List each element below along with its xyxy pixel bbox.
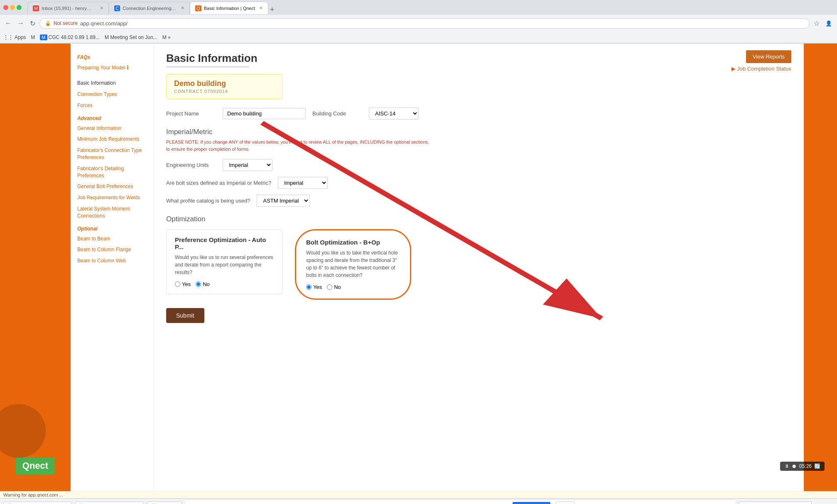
optimization-title: Optimization bbox=[166, 215, 791, 223]
project-name-label: Project Name bbox=[166, 110, 216, 117]
bookmark-gmail2[interactable]: M Meeting Set on Jun... bbox=[105, 34, 157, 40]
forward-btn[interactable]: → bbox=[16, 19, 26, 28]
refresh-icon[interactable]: 🔄 bbox=[814, 463, 820, 469]
pref-opt-no-label[interactable]: No bbox=[196, 281, 210, 287]
pause-icon[interactable]: ⏸ bbox=[784, 463, 789, 469]
minimize-window-btn[interactable] bbox=[10, 5, 15, 10]
taskbar-item-2[interactable]: 📄 Whiting Turner - ....docx ▾ bbox=[75, 502, 144, 504]
preparing-your-model-link[interactable]: Preparing Your Model ℹ bbox=[71, 62, 153, 73]
project-name-input[interactable] bbox=[223, 108, 306, 119]
browser-chrome: M Inbox (15,991) - henry@qnect.c... ✕ C … bbox=[0, 0, 837, 44]
bookmark-apps[interactable]: ⋮⋮ Apps bbox=[3, 34, 26, 40]
tab-close-btn[interactable]: ✕ bbox=[259, 5, 263, 11]
taskbar-item-3[interactable]: 📄 Whiting ▾ bbox=[147, 502, 182, 504]
nav-lateral-system[interactable]: Lateral System Moment Connections bbox=[71, 203, 153, 222]
optional-label: Optional bbox=[71, 222, 153, 233]
nav-fabricator-detailing[interactable]: Fabricator's Detailing Preferences bbox=[71, 163, 153, 181]
building-code-label: Building Code bbox=[312, 110, 362, 117]
bolt-opt-yes-radio[interactable] bbox=[306, 284, 312, 290]
nav-general-information[interactable]: General Information bbox=[71, 123, 153, 134]
nav-job-requirements-welds[interactable]: Job Requirements for Welds bbox=[71, 192, 153, 203]
bolt-opt-radios: Yes No bbox=[306, 284, 400, 290]
optimization-section: Optimization Preference Optimization - A… bbox=[166, 215, 791, 323]
profile-catalog-row: What profile catalog is being used? ASTM… bbox=[166, 195, 791, 207]
taskbar-item-1[interactable]: 📄 Whiting Turner - ....docx ▾ bbox=[3, 502, 72, 504]
info-icon: ℹ bbox=[127, 64, 129, 71]
engineering-units-row: Engineering Units Imperial Metric bbox=[166, 159, 791, 171]
back-btn[interactable]: ← bbox=[3, 19, 13, 28]
bookmark-cgc[interactable]: M CGC 48.02 0.89 1.89... bbox=[40, 34, 100, 40]
bolt-opt-title: Bolt Optimization - B+Op bbox=[306, 239, 400, 246]
apps-icon: ⋮⋮ bbox=[3, 34, 13, 40]
taskbar: 📄 Whiting Turner - ....docx ▾ 📄 Whiting … bbox=[0, 498, 837, 504]
tab-inbox[interactable]: M Inbox (15,991) - henry@qnect.c... ✕ bbox=[27, 2, 109, 14]
taskbar-pdf[interactable]: 📋 WELD CLEARANCES.pdf ▴ bbox=[739, 502, 812, 504]
pref-opt-yes-label[interactable]: Yes bbox=[175, 281, 191, 287]
submit-button[interactable]: Submit bbox=[166, 308, 204, 323]
nav-beam-to-column-flange[interactable]: Beam to Column Flange bbox=[71, 244, 153, 255]
nav-minimum-job[interactable]: Minimum Job Requirements bbox=[71, 134, 153, 145]
bookmark-gmail[interactable]: M bbox=[31, 34, 35, 40]
left-sidebar: Qnect bbox=[0, 44, 71, 491]
bookmark-btn[interactable]: ☆ bbox=[812, 19, 821, 28]
tab-basic-info[interactable]: Q Basic Information | Qnect ✕ bbox=[190, 2, 268, 14]
pref-optimization-card: Preference Optimization - Auto P... Woul… bbox=[166, 229, 282, 294]
page-title: Basic Information bbox=[166, 52, 791, 65]
nav-basic-information[interactable]: Basic Information bbox=[71, 78, 153, 89]
bolt-opt-no-label[interactable]: No bbox=[327, 284, 341, 290]
bookmark-gmail3[interactable]: M » bbox=[162, 34, 171, 40]
security-label: Not secure bbox=[54, 20, 78, 26]
nav-beam-to-column-web[interactable]: Beam to Column Web bbox=[71, 255, 153, 267]
pref-opt-yes-radio[interactable] bbox=[175, 281, 180, 287]
advanced-label: Advanced bbox=[71, 111, 153, 123]
record-icon[interactable]: ⏺ bbox=[792, 463, 797, 469]
profile-catalog-select[interactable]: ASTM Imperial ASTM Metric CISC bbox=[257, 195, 310, 207]
bolt-opt-no-radio[interactable] bbox=[327, 284, 332, 290]
tab-favicon: C bbox=[114, 5, 120, 11]
project-contract: CONTRACT 07092014 bbox=[174, 89, 275, 94]
imperial-metric-title: Imperial/Metric bbox=[166, 128, 791, 136]
project-name-row: Project Name Building Code AISC-14 AISC-… bbox=[166, 108, 791, 120]
building-code-select[interactable]: AISC-14 AISC-15 CISC bbox=[369, 108, 419, 120]
reload-btn[interactable]: ↻ bbox=[28, 19, 37, 28]
tab-label: Basic Information | Qnect bbox=[204, 6, 255, 11]
bolt-sizes-select[interactable]: Imperial Metric bbox=[278, 177, 328, 189]
pref-opt-no-radio[interactable] bbox=[196, 281, 201, 287]
bolt-optimization-card: Bolt Optimization - B+Op Would you like … bbox=[295, 229, 411, 300]
bolt-opt-desc: Would you like us to take the vertical h… bbox=[306, 249, 400, 279]
address-bar[interactable]: 🔒 Not secure app.qnect.com/app/ bbox=[39, 18, 810, 29]
timer-controls: ⏸ ⏺ 05:26 🔄 bbox=[780, 462, 825, 471]
url-text: app.qnect.com/app/ bbox=[80, 20, 128, 27]
hide-button[interactable]: Hide bbox=[555, 502, 575, 504]
lock-icon: 🔒 bbox=[45, 20, 51, 26]
tab-close-btn[interactable]: ✕ bbox=[100, 5, 103, 11]
nav-connection-types[interactable]: Connection Types bbox=[71, 89, 153, 100]
close-window-btn[interactable] bbox=[3, 5, 8, 10]
engineering-units-label: Engineering Units bbox=[166, 162, 216, 168]
tab-favicon: M bbox=[33, 5, 39, 11]
nav-fabricator-connection[interactable]: Fabricator's Connection Type Preferences bbox=[71, 145, 153, 163]
bolt-opt-yes-label[interactable]: Yes bbox=[306, 284, 322, 290]
view-reports-button[interactable]: View Reports bbox=[746, 50, 791, 63]
stop-sharing-button[interactable]: Stop sharing bbox=[513, 502, 550, 504]
nav-general-bolt[interactable]: General Bolt Preferences bbox=[71, 181, 153, 192]
nav-beam-to-beam[interactable]: Beam to Beam bbox=[71, 233, 153, 245]
pref-opt-radios: Yes No bbox=[175, 281, 274, 287]
profile-btn[interactable]: 👤 bbox=[824, 20, 834, 27]
sidebar-decoration bbox=[0, 404, 46, 458]
engineering-units-select[interactable]: Imperial Metric bbox=[223, 159, 272, 171]
top-actions: View Reports ▶ Job Completion Status bbox=[731, 50, 791, 72]
new-tab-btn[interactable]: + bbox=[270, 5, 275, 14]
maximize-window-btn[interactable] bbox=[17, 5, 22, 10]
pref-opt-desc: Would you like us to run several prefere… bbox=[175, 254, 274, 276]
tab-close-btn[interactable]: ✕ bbox=[181, 5, 184, 11]
bolt-sizes-label: Are bolt sizes defined as Imperial or Me… bbox=[166, 180, 271, 186]
tab-connection[interactable]: C Connection Engineering & Des... ✕ bbox=[109, 2, 190, 14]
timer-display: 05:26 bbox=[799, 463, 812, 469]
window-controls bbox=[3, 5, 22, 10]
job-completion-link[interactable]: ▶ Job Completion Status bbox=[731, 66, 791, 72]
main-content: View Reports ▶ Job Completion Status Bas… bbox=[154, 44, 804, 491]
nav-sidebar: FAQs Preparing Your Model ℹ Basic Inform… bbox=[71, 44, 154, 491]
nav-forces[interactable]: Forces bbox=[71, 100, 153, 111]
project-name: Demo building bbox=[174, 79, 275, 88]
